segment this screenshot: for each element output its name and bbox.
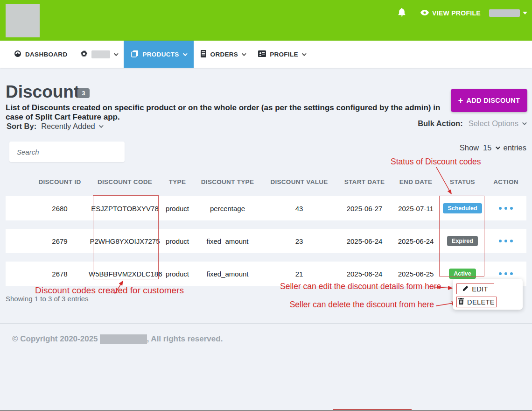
row-actions-menu-button[interactable] xyxy=(485,272,526,275)
top-header-bar: VIEW PROFILE xyxy=(0,0,532,41)
cell-end-date: 2025-06-24 xyxy=(392,237,440,245)
products-icon xyxy=(131,50,139,59)
cell-discount-code: ESJZPTOTOBXYV78 xyxy=(89,205,161,213)
discount-count-badge: 3 xyxy=(77,88,90,98)
nav-orders-label: ORDERS xyxy=(210,51,238,58)
sort-by-select[interactable]: Recently Added xyxy=(41,122,102,131)
table-row: 2678 W5BBFBVM2XDLC186 product fixed_amou… xyxy=(6,262,526,286)
sort-by-control: Sort By: Recently Added xyxy=(7,122,102,131)
row-actions-menu-button[interactable] xyxy=(485,240,526,242)
bulk-action-value: Select Options xyxy=(469,119,518,128)
nav-orders[interactable]: ORDERS xyxy=(194,41,252,68)
cell-discount-value: 43 xyxy=(261,205,337,213)
delete-button[interactable]: DELETE xyxy=(456,297,497,307)
nav-products-label: PRODUCTS xyxy=(142,51,179,58)
sort-by-value: Recently Added xyxy=(41,122,95,131)
chevron-down-icon xyxy=(183,51,188,56)
nav-dashboard-label: DASHBOARD xyxy=(25,51,67,58)
notifications-bell-icon[interactable] xyxy=(398,8,406,19)
view-profile-link[interactable]: VIEW PROFILE xyxy=(420,9,481,17)
pencil-icon xyxy=(462,285,469,293)
show-value[interactable]: 15 xyxy=(483,143,491,152)
column-header-end-date[interactable]: END DATE xyxy=(392,178,440,185)
add-discount-button[interactable]: + ADD DISCOUNT xyxy=(451,89,527,112)
column-header-discount-id[interactable]: DISCOUNT ID xyxy=(31,178,89,185)
entries-label: entries xyxy=(503,143,526,152)
column-header-action[interactable]: ACTION xyxy=(485,178,526,185)
status-badge: Scheduled xyxy=(443,203,482,213)
cell-type: product xyxy=(161,205,194,213)
discounts-page: VIEW PROFILE DASHBOARD PRO xyxy=(0,0,532,411)
cell-discount-code: P2WHG8YXOIJX7275 xyxy=(89,237,161,245)
footer-copyright: © Copyright 2020-2025 , All rights reser… xyxy=(12,334,223,344)
cell-start-date: 2025-06-24 xyxy=(337,237,392,245)
column-header-type[interactable]: TYPE xyxy=(161,178,194,185)
status-badge: Active xyxy=(449,269,476,279)
view-profile-label: VIEW PROFILE xyxy=(432,9,481,17)
cell-discount-value: 23 xyxy=(261,237,337,245)
cell-discount-type: percentage xyxy=(194,205,261,213)
company-name-redacted xyxy=(100,334,147,344)
caret-down-icon xyxy=(523,12,527,14)
column-header-status[interactable]: STATUS xyxy=(440,178,485,185)
column-header-discount-type[interactable]: DISCOUNT TYPE xyxy=(194,178,261,185)
chevron-down-icon[interactable] xyxy=(496,145,500,149)
annotation-status-note: Status of Discount codes xyxy=(391,157,481,167)
chevron-down-icon xyxy=(302,51,307,56)
nav-item-redacted xyxy=(91,50,110,58)
cell-discount-type: fixed_amount xyxy=(194,237,261,245)
discounts-table: DISCOUNT ID DISCOUNT CODE TYPE DISCOUNT … xyxy=(6,176,526,286)
annotation-codes-note: Discount codes created for customers xyxy=(35,285,184,296)
edit-button[interactable]: EDIT xyxy=(456,283,494,294)
page-description: List of Discounts created on specific pr… xyxy=(6,103,444,122)
row-actions-menu-button[interactable] xyxy=(485,207,526,210)
cell-end-date: 2025-07-11 xyxy=(392,205,440,213)
chevron-down-icon xyxy=(242,51,246,56)
status-badge: Expired xyxy=(447,236,478,246)
cell-discount-code: W5BBFBVM2XDLC186 xyxy=(89,270,161,278)
cell-start-date: 2025-06-27 xyxy=(337,205,392,213)
profile-card-icon xyxy=(258,50,266,58)
search-input[interactable] xyxy=(9,142,125,162)
row-action-dropdown: EDIT DELETE xyxy=(453,279,523,310)
nav-dashboard[interactable]: DASHBOARD xyxy=(0,41,74,68)
nav-profile[interactable]: PROFILE xyxy=(252,41,312,68)
store-logo xyxy=(6,4,40,37)
user-menu[interactable] xyxy=(489,9,527,17)
footer-divider xyxy=(0,323,532,324)
page-title: Discounts xyxy=(6,82,89,102)
bulk-action-control: Bulk Action: Select Options xyxy=(418,119,525,128)
column-header-discount-code[interactable]: DISCOUNT CODE xyxy=(89,178,161,185)
chevron-down-icon xyxy=(114,51,119,56)
cell-discount-type: fixed_amount xyxy=(194,270,261,278)
nav-products[interactable]: PRODUCTS xyxy=(124,41,193,68)
cell-discount-id: 2680 xyxy=(31,205,89,213)
main-nav: DASHBOARD PRODUCTS ORDERS xyxy=(0,41,532,68)
bulk-action-select[interactable]: Select Options xyxy=(469,119,525,128)
cell-type: product xyxy=(161,270,194,278)
delete-label: DELETE xyxy=(467,298,495,306)
nav-app-settings[interactable] xyxy=(74,41,124,68)
table-summary: Showing 1 to 3 of 3 entries xyxy=(6,295,89,303)
table-row: 2679 P2WHG8YXOIJX7275 product fixed_amou… xyxy=(6,229,526,253)
chevron-down-icon xyxy=(522,120,527,125)
column-header-discount-value[interactable]: DISCOUNT VALUE xyxy=(261,178,337,185)
user-name-redacted xyxy=(489,9,520,17)
chevron-down-icon xyxy=(99,123,104,128)
cell-end-date: 2025-06-25 xyxy=(392,270,440,278)
cell-discount-id: 2678 xyxy=(31,270,89,278)
gear-icon xyxy=(80,50,88,59)
sort-by-label: Sort By: xyxy=(7,122,36,131)
column-header-start-date[interactable]: START DATE xyxy=(337,178,392,185)
nav-profile-label: PROFILE xyxy=(270,51,298,58)
cell-discount-id: 2679 xyxy=(31,237,89,245)
table-row: 2680 ESJZPTOTOBXYV78 product percentage … xyxy=(6,196,526,220)
show-entries-control: Show 15 entries xyxy=(460,143,526,152)
plus-icon: + xyxy=(458,96,463,106)
dashboard-icon xyxy=(14,50,21,59)
annotation-delete-note: Seller can delete the discount from here xyxy=(286,300,434,310)
edit-label: EDIT xyxy=(472,285,488,293)
add-discount-label: ADD DISCOUNT xyxy=(467,97,520,104)
copyright-prefix: © Copyright 2020-2025 xyxy=(12,334,98,344)
cell-start-date: 2025-06-24 xyxy=(337,270,392,278)
